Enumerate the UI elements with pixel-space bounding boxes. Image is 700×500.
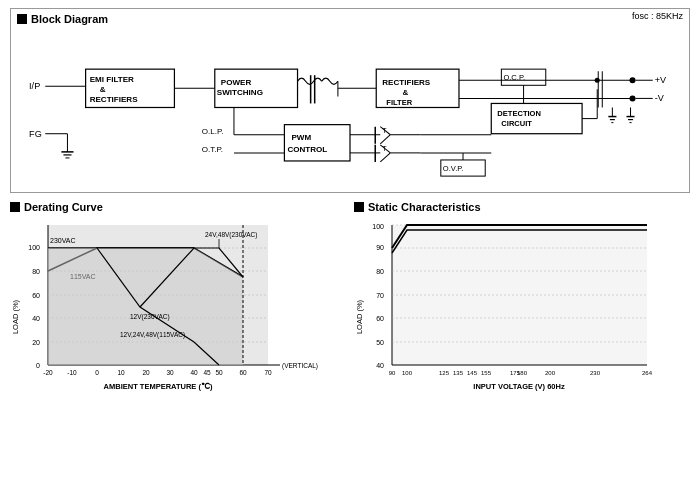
svg-text:200: 200 <box>545 370 556 376</box>
svg-text:POWER: POWER <box>221 78 252 87</box>
block-diagram-header: Block Diagram <box>17 13 683 25</box>
svg-text:O.V.P.: O.V.P. <box>443 164 464 173</box>
svg-text:AMBIENT TEMPERATURE (℃): AMBIENT TEMPERATURE (℃) <box>104 382 213 391</box>
svg-text:12V,24V,48V(115VAC): 12V,24V,48V(115VAC) <box>120 331 185 339</box>
svg-text:50: 50 <box>215 369 223 376</box>
derating-title: Derating Curve <box>24 201 103 213</box>
svg-text:12V(230VAC): 12V(230VAC) <box>130 313 170 321</box>
svg-text:145: 145 <box>467 370 478 376</box>
svg-text:-10: -10 <box>67 369 77 376</box>
svg-text:CONTROL: CONTROL <box>287 145 327 154</box>
svg-text:+V: +V <box>655 75 667 85</box>
svg-text:30: 30 <box>166 369 174 376</box>
svg-text:24V,48V(230VAC): 24V,48V(230VAC) <box>205 231 257 239</box>
svg-text:FILTER: FILTER <box>386 98 412 107</box>
svg-text:264: 264 <box>642 370 653 376</box>
svg-text:40: 40 <box>190 369 198 376</box>
svg-text:(VERTICAL): (VERTICAL) <box>282 362 318 370</box>
block-diagram-title: Block Diagram <box>31 13 108 25</box>
svg-text:100: 100 <box>372 223 384 230</box>
static-section: Static Characteristics LOAD (%) 40 <box>354 201 690 417</box>
svg-text:LOAD (%): LOAD (%) <box>355 299 364 334</box>
svg-text:INPUT VOLTAGE (V) 60Hz: INPUT VOLTAGE (V) 60Hz <box>473 382 565 391</box>
svg-text:T: T <box>382 127 387 134</box>
svg-text:40: 40 <box>32 315 40 322</box>
derating-svg: LOAD (%) 0 20 40 60 80 100 <box>10 217 320 402</box>
derating-chart: LOAD (%) 0 20 40 60 80 100 <box>10 217 346 417</box>
svg-text:O.T.P.: O.T.P. <box>202 145 223 154</box>
ip-label: I/P <box>29 81 40 91</box>
svg-text:80: 80 <box>32 268 40 275</box>
svg-text:EMI FILTER: EMI FILTER <box>90 75 134 84</box>
svg-text:PWM: PWM <box>291 133 311 142</box>
svg-text:CIRCUIT: CIRCUIT <box>501 119 532 128</box>
svg-text:45: 45 <box>203 369 211 376</box>
static-header: Static Characteristics <box>354 201 690 213</box>
block-diagram-svg: I/P FG EMI FILTER & RECTIFIERS POWER SWI… <box>17 29 683 189</box>
svg-text:40: 40 <box>376 362 384 369</box>
svg-text:60: 60 <box>376 315 384 322</box>
svg-rect-44 <box>284 125 350 161</box>
svg-text:100: 100 <box>28 244 40 251</box>
svg-line-55 <box>380 153 390 162</box>
svg-text:10: 10 <box>117 369 125 376</box>
svg-text:&: & <box>402 88 408 97</box>
svg-text:20: 20 <box>32 339 40 346</box>
derating-section: Derating Curve LOAD (%) 0 <box>10 201 346 417</box>
svg-point-27 <box>630 77 636 83</box>
svg-text:20: 20 <box>142 369 150 376</box>
derating-icon <box>10 202 20 212</box>
svg-text:180: 180 <box>517 370 528 376</box>
svg-text:-20: -20 <box>43 369 53 376</box>
svg-point-66 <box>595 78 600 83</box>
derating-header: Derating Curve <box>10 201 346 213</box>
svg-text:60: 60 <box>239 369 247 376</box>
bottom-row: Derating Curve LOAD (%) 0 <box>10 201 690 417</box>
svg-text:RECTIFIERS: RECTIFIERS <box>90 95 139 104</box>
svg-text:50: 50 <box>376 339 384 346</box>
page: Block Diagram fosc : 85KHz I/P FG EMI FI… <box>0 0 700 500</box>
svg-text:90: 90 <box>376 244 384 251</box>
svg-text:80: 80 <box>376 268 384 275</box>
fg-label: FG <box>29 129 42 139</box>
svg-text:RECTIFIERS: RECTIFIERS <box>382 78 431 87</box>
svg-text:SWITCHING: SWITCHING <box>217 88 263 97</box>
svg-text:0: 0 <box>36 362 40 369</box>
static-chart: LOAD (%) 40 50 60 70 80 90 1 <box>354 217 690 417</box>
svg-text:125: 125 <box>439 370 450 376</box>
fosc-label: fosc : 85KHz <box>632 11 683 21</box>
block-diagram-icon <box>17 14 27 24</box>
svg-point-28 <box>630 95 636 101</box>
svg-text:T: T <box>382 145 387 152</box>
svg-text:O.C.P.: O.C.P. <box>503 73 525 82</box>
svg-text:70: 70 <box>376 292 384 299</box>
svg-text:230VAC: 230VAC <box>50 237 76 244</box>
svg-text:90: 90 <box>389 370 396 376</box>
svg-text:0: 0 <box>95 369 99 376</box>
static-icon <box>354 202 364 212</box>
svg-text:100: 100 <box>402 370 413 376</box>
svg-text:135: 135 <box>453 370 464 376</box>
svg-text:&: & <box>100 85 106 94</box>
block-diagram-section: Block Diagram fosc : 85KHz I/P FG EMI FI… <box>10 8 690 193</box>
svg-marker-105 <box>48 248 243 365</box>
svg-text:DETECTION: DETECTION <box>497 109 541 118</box>
svg-line-50 <box>380 135 390 144</box>
svg-text:LOAD (%): LOAD (%) <box>11 299 20 334</box>
svg-text:70: 70 <box>264 369 272 376</box>
svg-text:O.L.P.: O.L.P. <box>202 127 224 136</box>
svg-text:-V: -V <box>655 93 665 103</box>
static-title: Static Characteristics <box>368 201 481 213</box>
static-svg: LOAD (%) 40 50 60 70 80 90 1 <box>354 217 664 402</box>
svg-text:60: 60 <box>32 292 40 299</box>
svg-text:230: 230 <box>590 370 601 376</box>
svg-text:155: 155 <box>481 370 492 376</box>
